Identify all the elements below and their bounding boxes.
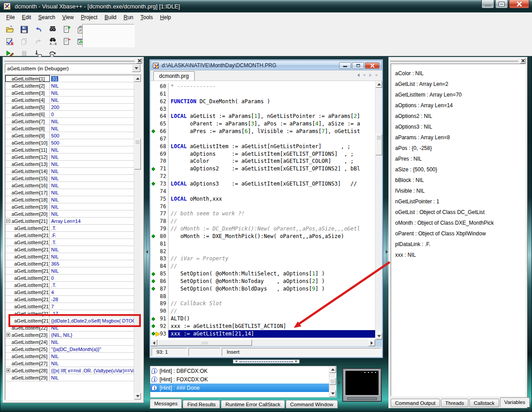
scroll-down-button[interactable] (134, 393, 141, 400)
expander-plus-icon[interactable] (6, 368, 10, 372)
watch-row[interactable]: aGetListItem[4]NIL (5, 97, 134, 104)
code-line[interactable]: 86 SetOption( @oMonth:NoToday , aOptions… (151, 278, 375, 285)
menu-item-edit[interactable]: Edit (18, 13, 35, 22)
watch-row[interactable]: aGetListItem[28]{{|x| IIf( x==nil .OR. (… (5, 367, 134, 374)
variable-entry[interactable]: aGetList : Array Len=2 (395, 79, 525, 89)
menu-item-search[interactable]: Search (35, 13, 59, 22)
code-line[interactable]: 92xxx := aGetListItem[bGETLIST_ACTION] (151, 323, 375, 330)
splitter-collapse-handle[interactable] (145, 223, 148, 281)
code-line[interactable]: 67 (151, 135, 375, 143)
syntax-check-button[interactable] (4, 36, 15, 47)
navigate-back-icon[interactable] (357, 73, 360, 77)
menu-item-view[interactable]: View (59, 13, 77, 22)
close-button[interactable] (509, 0, 529, 8)
minimize-button[interactable] (481, 0, 494, 8)
variable-entry[interactable]: aOptions3 : NIL (395, 121, 525, 132)
code-editor[interactable]: 60* ------------6162FUNCTION DC_DxeMonth… (151, 81, 375, 339)
code-line[interactable]: 73LOCAL aOptions3 := aGetListItem[xGETLI… (151, 180, 375, 188)
code-line[interactable]: 82 (151, 248, 375, 255)
watch-row[interactable]: aGetListItem[11]NIL (5, 146, 134, 153)
combobox-dropdown-button[interactable] (132, 65, 140, 72)
variable-entry[interactable]: aParams : Array Len=8 (395, 132, 525, 143)
debug-tab-callstack[interactable]: Callstack (469, 399, 499, 407)
menu-item-project[interactable]: Project (77, 13, 101, 22)
back-history-dropdown-icon[interactable] (363, 74, 366, 76)
tab-dcmonth-prg[interactable]: dcmonth.prg (153, 71, 195, 81)
variable-entry[interactable]: aOptions2 : NIL (395, 111, 525, 121)
code-line[interactable]: 89// Callback Slot (151, 300, 375, 307)
watch-row[interactable]: aGetListItem[21]4 (5, 289, 134, 296)
variable-entry[interactable]: aSize : {500, 500} (395, 164, 525, 175)
code-line[interactable]: 85 SetOption( @oMonth:MultiSelect, aOpti… (151, 270, 375, 278)
variable-entry[interactable]: aOptions : Array Len=14 (395, 100, 525, 111)
watch-row[interactable]: aGetListItem[21]0 (5, 275, 134, 282)
variable-entry[interactable]: xxx : NIL (395, 250, 525, 260)
code-line[interactable]: 71 aOptions2 := aGetListItem[xGETLIST_OP… (151, 165, 375, 173)
code-line[interactable]: 60* ------------ (151, 83, 375, 90)
panel-grip[interactable] (390, 59, 518, 62)
scroll-right-button[interactable] (368, 339, 375, 346)
undo-button[interactable] (33, 24, 44, 35)
watch-row[interactable]: aGetListItem[13]NIL (5, 161, 134, 168)
watch-row[interactable]: aGetListItem[21]-28 (5, 296, 134, 303)
watch-row[interactable]: aGetListItem[21].F. (5, 232, 134, 239)
watch-row[interactable]: aGetListItem[27]NIL (5, 360, 134, 367)
code-line[interactable]: 90// (151, 307, 375, 315)
watch-row[interactable]: aGetListItem[21]7 (5, 303, 134, 310)
watch-row[interactable]: aGetListItem[21].T. (5, 282, 134, 289)
code-line[interactable]: 70 aColor := aGetListItem[aGETLIST_COLOR… (151, 158, 375, 165)
watch-row[interactable]: aGetListItem[5]200 (5, 104, 134, 111)
redo-button[interactable] (33, 36, 44, 47)
menu-item-run[interactable]: Run (120, 13, 137, 22)
splitter-collapse-handle[interactable] (385, 223, 388, 281)
editor-close-button[interactable] (365, 62, 380, 69)
code-line[interactable]: 91ALTD() (151, 315, 375, 323)
watch-row[interactable]: aGetListItem[2]NIL (5, 82, 134, 89)
output-tab-find-results[interactable]: Find Results (183, 400, 220, 408)
watch-row[interactable]: aGetListItem[21]NIL (5, 267, 134, 275)
editor-minimize-button[interactable] (339, 62, 351, 69)
watch-row[interactable]: aGetListItem[26]NIL (5, 353, 134, 360)
message-row[interactable]: [Hint] : DBFCDX:OK (150, 367, 329, 375)
code-line[interactable]: 84// (151, 263, 375, 270)
watch-row[interactable]: aGetListItem[1]31 (5, 75, 134, 82)
variable-entry[interactable]: aPres : NIL (395, 153, 525, 164)
watch-panel-close-button[interactable] (136, 58, 142, 64)
watch-row[interactable]: aGetListItem[10]500 (5, 139, 134, 146)
variable-entry[interactable]: oGetList : Object of Class DC_GetList (395, 207, 525, 218)
scroll-left-button[interactable] (151, 339, 157, 346)
message-row[interactable]: [Hint] : FOXCDX:OK (150, 375, 329, 384)
output-tab-messages[interactable]: Messages (150, 399, 182, 408)
menu-item-file[interactable]: File (3, 13, 18, 22)
debug-tab-threads[interactable]: Threads (441, 399, 468, 407)
watch-row[interactable]: aGetListItem[21]-17 (5, 310, 134, 317)
horizontal-splitter[interactable] (233, 359, 300, 364)
vertical-splitter[interactable] (337, 367, 341, 399)
watch-row[interactable]: aGetListItem[21].T. (5, 225, 134, 232)
editor-title-bar[interactable]: d:\ALASKA\NATIVE\MonthDay\DCMONTH.PRG (151, 61, 382, 70)
find-replace-button[interactable]: A→B (47, 36, 58, 47)
remove-document-button[interactable] (61, 36, 72, 47)
code-line[interactable]: 81 (151, 240, 375, 248)
code-line[interactable]: 69 aOptions := aGetListItem[xGETLIST_OPT… (151, 150, 375, 158)
scroll-up-button[interactable] (329, 366, 336, 373)
variable-entry[interactable]: oMonth : Object of Class DXE_MonthPick (395, 218, 525, 228)
watch-row[interactable]: aGetListItem[8]NIL (5, 125, 134, 132)
watch-selector-combobox[interactable]: aGetListItem (in Debugger) (5, 64, 141, 73)
add-document-button[interactable] (61, 24, 72, 35)
code-line[interactable]: 76 (151, 203, 375, 210)
watch-row[interactable]: aGetListItem[21]365 (5, 260, 134, 267)
scroll-down-button[interactable] (329, 390, 336, 397)
watch-row[interactable]: aGetListItem[16]NIL (5, 182, 134, 189)
watch-row[interactable]: aGetListItem[21]NIL (5, 253, 134, 260)
variable-entry[interactable]: nGetListPointer : 1 (395, 196, 525, 207)
code-line[interactable]: 87 SetOption( @oMonth:BoldDays , aOption… (151, 285, 375, 293)
variable-entry[interactable]: aGetListItem : Array Len=70 (395, 89, 525, 100)
watch-row[interactable]: aGetListItem[12]NIL (5, 153, 134, 161)
watch-row[interactable]: aGetListItem[15]NIL (5, 175, 134, 182)
code-line[interactable]: 88 (151, 293, 375, 300)
editor-horizontal-scrollbar[interactable] (151, 339, 375, 346)
code-line[interactable]: 80 oMonth := DXE_MonthPick():New( oParen… (151, 233, 375, 240)
expander-minus-icon[interactable] (6, 219, 10, 223)
editor-vertical-scrollbar[interactable] (375, 81, 382, 339)
